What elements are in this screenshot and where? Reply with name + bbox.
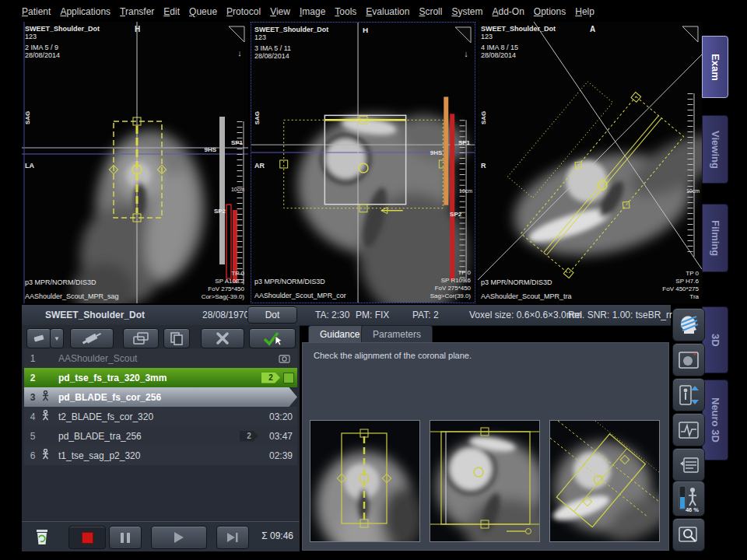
vp-footer-2: AAShoulder_Scout_MPR_tra — [481, 292, 572, 300]
queue-panel: ▼ — [22, 325, 300, 551]
ta-value: TA: 2:30 — [315, 310, 349, 320]
exam-info-bar: SWEET_Shoulder_Dot 28/08/1970 Dot TA: 2:… — [22, 305, 671, 326]
menu-item-transfer[interactable]: Transfer — [120, 6, 154, 17]
tab-neuro3d[interactable]: Neuro 3D — [702, 380, 728, 460]
sequence-row-3-selected[interactable]: 3 pd_BLADE_fs_cor_256 — [24, 387, 297, 407]
total-time: Σ 09:46 — [261, 530, 293, 541]
guidance-thumb-sagittal[interactable] — [310, 420, 420, 542]
report-list-icon — [679, 457, 699, 474]
card-stack-icon — [132, 331, 149, 345]
copy-button[interactable] — [163, 328, 190, 348]
patient-dob: 28/08/1970 — [202, 310, 249, 320]
menu-item-patient[interactable]: Patient — [22, 6, 51, 17]
physio-button[interactable] — [672, 413, 705, 446]
vp-series: 123 — [481, 33, 493, 40]
stop-button[interactable] — [68, 526, 106, 549]
menu-bar: Patient Applications Transfer Edit Queue… — [22, 4, 747, 19]
pat-value: PAT: 2 — [412, 310, 439, 320]
row-number: 4 — [24, 411, 41, 422]
menu-item-view[interactable]: View — [270, 6, 290, 17]
dot-button[interactable]: Dot — [247, 306, 297, 324]
play-icon — [174, 532, 184, 543]
sequence-row-5[interactable]: 5 pd_BLADE_tra_256 2 03:47 — [24, 426, 297, 446]
play-button[interactable] — [151, 526, 207, 549]
sar-indicator: 46 % — [672, 481, 705, 516]
patient-table-icon — [679, 384, 699, 406]
row-number: 1 — [24, 353, 41, 364]
menu-item-protocol[interactable]: Protocol — [226, 6, 261, 17]
menu-item-edit[interactable]: Edit — [163, 6, 180, 17]
guidance-thumb-axial[interactable] — [549, 420, 660, 542]
delete-step-button[interactable] — [201, 328, 244, 348]
menu-item-queue[interactable]: Queue — [189, 6, 217, 17]
copy-icon — [170, 331, 184, 345]
tab-viewing[interactable]: Viewing — [702, 115, 728, 184]
sequence-name: t2_BLADE_fs_cor_320 — [58, 411, 261, 422]
rel-snr: Rel. SNR: 1.00 — [568, 310, 630, 320]
menu-item-scroll[interactable]: Scroll — [419, 6, 442, 17]
tab-exam[interactable]: Exam — [702, 36, 728, 98]
sp1-label: SP1 — [458, 139, 471, 146]
scroll-down-icon[interactable]: ↓ — [237, 48, 242, 58]
tab-parameters[interactable]: Parameters — [361, 325, 433, 343]
guidance-thumb-coronal[interactable] — [430, 420, 540, 542]
scale-label: 10cm — [459, 188, 472, 194]
skip-button[interactable] — [216, 526, 249, 549]
viewport-coronal[interactable]: SWEET_Shoulder_Dot 123 3 IMA 5 / 11 28/0… — [251, 22, 475, 303]
row-number: 6 — [24, 450, 41, 461]
sequence-row-6[interactable]: 6 t1_tse_sag_p2_320 02:39 — [24, 446, 297, 465]
row-number: 5 — [24, 431, 41, 442]
menu-item-applications[interactable]: Applications — [60, 6, 110, 17]
protocol-info-button[interactable] — [672, 448, 705, 481]
queue-toolbar: ▼ — [22, 327, 300, 348]
menu-item-addon[interactable]: Add-On — [492, 6, 524, 17]
vp-tp: TP 0 — [686, 270, 699, 277]
menu-item-system[interactable]: System — [451, 6, 482, 17]
vp-ima: 4 IMA 8 / 15 — [481, 44, 518, 51]
menu-item-help[interactable]: Help — [575, 6, 594, 17]
sp2-label: SP2 — [450, 211, 462, 218]
scroll-down-icon[interactable]: ↓ — [464, 49, 468, 58]
confirm-button[interactable] — [249, 328, 296, 348]
patient-move-icon — [41, 449, 50, 460]
sequence-row-1[interactable]: 1 AAShoulder_Scout — [24, 348, 297, 368]
vp-footer-2: AAShoulder_Scout_MPR_cor — [254, 292, 346, 299]
eraser-dropdown-button[interactable]: ▼ — [50, 328, 64, 348]
sequence-row-2[interactable]: 2 pd_tse_fs_tra_320_3mm 2 — [24, 368, 297, 387]
tab-filming[interactable]: Filming — [702, 204, 728, 272]
vp-ima: 3 IMA 5 / 11 — [254, 44, 291, 52]
menu-item-tools[interactable]: Tools — [335, 6, 356, 17]
vp-title: SWEET_Shoulder_Dot — [481, 25, 556, 33]
vp-date: 28/08/2014 — [254, 52, 289, 60]
menu-item-image[interactable]: Image — [300, 6, 325, 17]
menu-item-options[interactable]: Options — [534, 6, 566, 17]
guidance-panel: Guidance Parameters Check the alignment … — [302, 325, 669, 551]
vp-fov: FoV 275*450 — [208, 285, 244, 292]
menu-item-evaluation[interactable]: Evaluation — [366, 6, 409, 17]
scale-label: 10cm — [231, 187, 244, 192]
coil-selection-button[interactable] — [672, 308, 705, 341]
contrast-inject-button[interactable] — [70, 328, 114, 348]
vp-tp: TP 0 — [458, 269, 471, 276]
sequence-time: 03:20 — [261, 411, 293, 422]
discard-button[interactable] — [33, 525, 51, 550]
eraser-button[interactable] — [26, 328, 51, 348]
export-card-button[interactable] — [123, 328, 159, 348]
sequence-row-4[interactable]: 4 t2_BLADE_fs_cor_320 03:20 — [24, 407, 297, 426]
image-search-button[interactable] — [672, 518, 705, 551]
viewport-axial[interactable]: SWEET_Shoulder_Dot 123 4 IMA 8 / 15 28/0… — [478, 22, 702, 303]
vp-footer-1: p3 MPR/NORM/DIS3D — [254, 278, 325, 285]
side-label: R — [481, 162, 486, 170]
plane-label: SAG — [254, 111, 261, 124]
patient-position-button[interactable] — [672, 378, 705, 411]
viewport-sagittal[interactable]: SWEET_Shoulder_Dot 123 2 IMA 5 / 9 28/08… — [22, 22, 248, 303]
vp-fov: FoV 275*450 — [435, 285, 472, 292]
close-icon — [216, 332, 230, 345]
head-coil-icon — [678, 313, 700, 337]
pause-button[interactable] — [109, 526, 142, 549]
image-display-button[interactable] — [672, 343, 705, 376]
eraser-icon — [32, 333, 46, 344]
tab-3d[interactable]: 3D — [702, 306, 728, 373]
sp2-label: SP2 — [214, 208, 226, 215]
pause-icon — [121, 533, 124, 543]
